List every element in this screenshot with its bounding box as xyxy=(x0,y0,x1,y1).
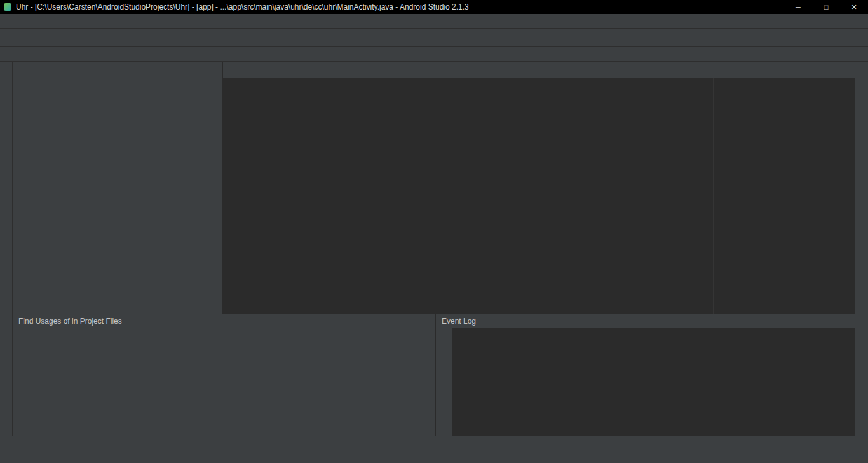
left-tool-stripe xyxy=(0,62,13,436)
status-bar xyxy=(0,450,868,463)
bottom-panels: Find Usages of in Project Files Event Lo… xyxy=(13,314,855,436)
project-tool-window xyxy=(13,62,223,314)
menu-bar xyxy=(0,14,868,29)
android-studio-window: Uhr - [C:\Users\Carsten\AndroidStudioPro… xyxy=(0,0,868,463)
right-tool-stripe xyxy=(855,62,868,436)
editor-tabs xyxy=(223,62,855,78)
center-area: Find Usages of in Project Files Event Lo… xyxy=(13,62,855,436)
find-panel-title: Find Usages of in Project Files xyxy=(18,317,122,326)
top-area xyxy=(13,62,855,314)
find-results-tree xyxy=(29,328,435,436)
event-log-content xyxy=(452,328,855,436)
window-title: Uhr - [C:\Users\Carsten\AndroidStudioPro… xyxy=(16,3,469,11)
right-margin-guide xyxy=(713,78,714,314)
title-bar: Uhr - [C:\Users\Carsten\AndroidStudioPro… xyxy=(0,0,868,14)
project-tree xyxy=(13,78,222,314)
event-log-toolbar xyxy=(436,328,452,436)
find-tool-window: Find Usages of in Project Files xyxy=(13,314,436,436)
window-controls: ─ □ ✕ xyxy=(784,0,868,14)
find-panel-header: Find Usages of in Project Files xyxy=(13,314,435,328)
find-toolbar xyxy=(13,328,29,436)
event-log-tool-window: Event Log xyxy=(436,314,855,436)
toolwindow-bar xyxy=(0,436,868,450)
close-button[interactable]: ✕ xyxy=(840,0,868,14)
editor xyxy=(223,62,855,314)
main-area: Find Usages of in Project Files Event Lo… xyxy=(0,62,868,436)
minimize-button[interactable]: ─ xyxy=(784,0,812,14)
project-panel-header xyxy=(13,62,222,78)
breadcrumb xyxy=(0,47,868,62)
code-editor[interactable] xyxy=(223,78,855,314)
event-log-header: Event Log xyxy=(436,314,855,328)
app-icon xyxy=(4,3,11,11)
maximize-button[interactable]: □ xyxy=(812,0,840,14)
main-toolbar xyxy=(0,29,868,47)
event-log-title: Event Log xyxy=(442,317,476,326)
